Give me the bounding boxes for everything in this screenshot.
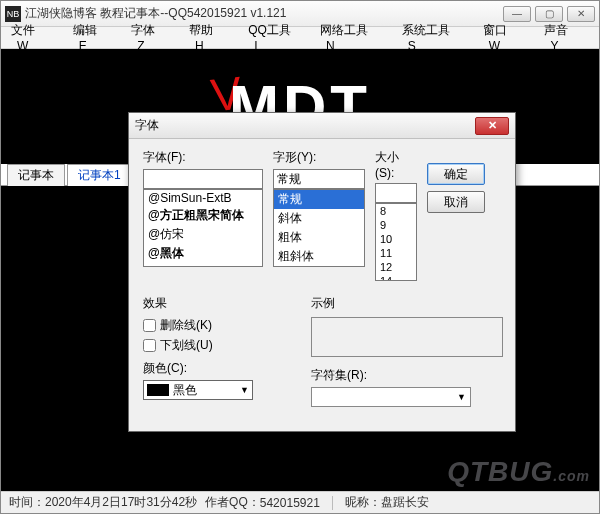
- font-dialog: 字体 ✕ 字体(F): @SimSun-ExtB@方正粗黑宋简体@仿宋@黑体 字…: [128, 112, 516, 432]
- status-author-value: 542015921: [260, 496, 320, 510]
- strikeout-checkbox[interactable]: 删除线(K): [143, 317, 293, 334]
- statusbar: 时间： 2020年4月2日17时31分42秒 作者QQ： 542015921 昵…: [1, 491, 599, 513]
- effects-title: 效果: [143, 295, 293, 312]
- font-label: 字体(F):: [143, 149, 263, 166]
- list-item[interactable]: 9: [376, 218, 416, 232]
- color-label: 颜色(C):: [143, 360, 293, 377]
- list-item[interactable]: 14: [376, 274, 416, 281]
- dialog-close-button[interactable]: ✕: [475, 117, 509, 135]
- sample-title: 示例: [311, 295, 503, 312]
- status-time-label: 时间：: [9, 494, 45, 511]
- list-item[interactable]: 8: [376, 204, 416, 218]
- list-item[interactable]: 11: [376, 246, 416, 260]
- size-label: 大小(S):: [375, 149, 417, 180]
- size-listbox[interactable]: 891011121416: [375, 203, 417, 281]
- charset-label: 字符集(R):: [311, 367, 503, 384]
- tab-notepad-1[interactable]: 记事本1: [67, 164, 132, 186]
- list-item[interactable]: @仿宋: [144, 225, 262, 244]
- chevron-down-icon: ▼: [457, 392, 466, 402]
- tab-notepad[interactable]: 记事本: [7, 164, 65, 186]
- menubar: 文件 W编辑 E字体 Z帮助 HQQ工具 I网络工具 N系统工具 S窗口 W声音…: [1, 27, 599, 49]
- list-item[interactable]: 粗体: [274, 228, 364, 247]
- charset-dropdown[interactable]: ▼: [311, 387, 471, 407]
- dialog-title: 字体: [135, 117, 475, 134]
- cancel-button[interactable]: 取消: [427, 191, 485, 213]
- font-listbox[interactable]: @SimSun-ExtB@方正粗黑宋简体@仿宋@黑体: [143, 189, 263, 267]
- style-input[interactable]: [273, 169, 365, 189]
- size-input[interactable]: [375, 183, 417, 203]
- sample-box: [311, 317, 503, 357]
- list-item[interactable]: 粗斜体: [274, 247, 364, 266]
- font-input[interactable]: [143, 169, 263, 189]
- list-item[interactable]: @SimSun-ExtB: [144, 190, 262, 206]
- color-name: 黑色: [173, 382, 197, 399]
- color-dropdown[interactable]: 黑色 ▼: [143, 380, 253, 400]
- list-item[interactable]: 10: [376, 232, 416, 246]
- list-item[interactable]: 12: [376, 260, 416, 274]
- list-item[interactable]: 常规: [274, 190, 364, 209]
- status-nick-label: 昵称：: [345, 494, 381, 511]
- status-time-value: 2020年4月2日17时31分42秒: [45, 494, 197, 511]
- color-swatch: [147, 384, 169, 396]
- chevron-down-icon: ▼: [240, 385, 249, 395]
- status-nick-value: 盘踞长安: [381, 494, 429, 511]
- ok-button[interactable]: 确定: [427, 163, 485, 185]
- underline-checkbox[interactable]: 下划线(U): [143, 337, 293, 354]
- style-listbox[interactable]: 常规斜体粗体粗斜体: [273, 189, 365, 267]
- style-label: 字形(Y):: [273, 149, 365, 166]
- list-item[interactable]: @方正粗黑宋简体: [144, 206, 262, 225]
- list-item[interactable]: 斜体: [274, 209, 364, 228]
- list-item[interactable]: @黑体: [144, 244, 262, 263]
- status-author-label: 作者QQ：: [205, 494, 260, 511]
- dialog-titlebar[interactable]: 字体 ✕: [129, 113, 515, 139]
